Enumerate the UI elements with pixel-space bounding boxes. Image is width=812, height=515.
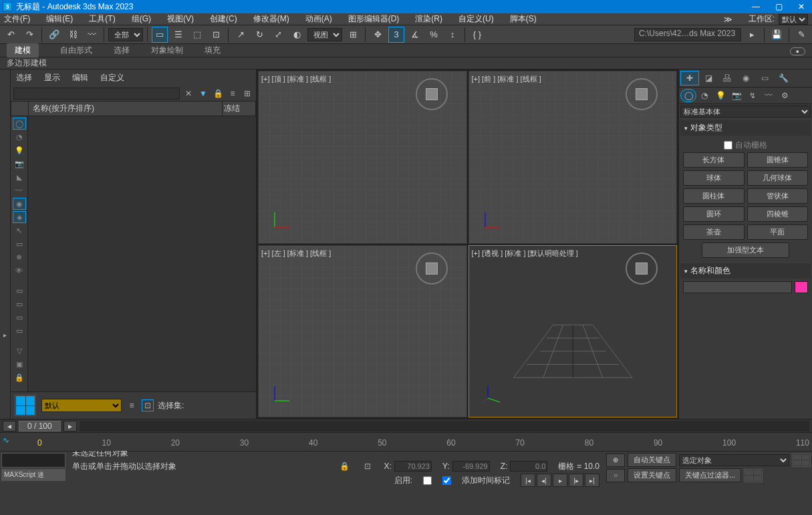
tab-freeform[interactable]: 自由形式 xyxy=(60,45,92,56)
viewport-left-label[interactable]: [+] [左 ] [标准 ] [线框 ] xyxy=(261,248,331,259)
spinner-snap-button[interactable]: ↕ xyxy=(444,27,460,43)
menu-animation[interactable]: 动画(A) xyxy=(305,13,332,25)
menu-create[interactable]: 创建(C) xyxy=(210,13,237,25)
menu-edit[interactable]: 编辑(E) xyxy=(46,13,73,25)
sb-lock-selection-icon[interactable]: 🔒 xyxy=(339,460,351,472)
sb-goto-end-button[interactable]: ▸| xyxy=(585,474,599,487)
minimize-button[interactable]: — xyxy=(751,2,761,11)
sb-next-frame-button[interactable]: |▸ xyxy=(569,474,583,487)
sb-y-input[interactable] xyxy=(452,461,490,472)
menu-graph-editors[interactable]: 图形编辑器(D) xyxy=(348,13,400,25)
angle-snap-button[interactable]: ∡ xyxy=(407,27,423,43)
se-search-input[interactable] xyxy=(13,88,180,100)
sb-key-filters-button[interactable]: 关键点过滤器... xyxy=(679,468,741,482)
sb-viewport-nav-1[interactable] xyxy=(792,454,811,467)
se-hierarchy-icon[interactable]: ⊞ xyxy=(241,88,253,100)
se-filter-geometry-icon[interactable]: ◯ xyxy=(13,118,26,130)
left-rail[interactable]: ▸ xyxy=(0,69,11,419)
tab-populate[interactable]: 填充 xyxy=(205,45,221,56)
cp-btn-teapot[interactable]: 茶壶 xyxy=(683,224,745,240)
se-filter-hidden-icon[interactable]: 👁 xyxy=(13,265,26,277)
viewport-front-label[interactable]: [+] [前 ] [标准 ] [线框 ] xyxy=(472,74,541,84)
sb-prev-frame-button[interactable]: ◂| xyxy=(537,474,551,487)
workspace-selector[interactable]: 默认 xyxy=(779,14,808,25)
se-menu-display[interactable]: 显示 xyxy=(44,72,60,83)
ts-prev-button[interactable]: ◂ xyxy=(3,421,16,432)
cp-sub-spacewarps[interactable]: 〰 xyxy=(761,89,777,102)
cp-btn-geosphere[interactable]: 几何球体 xyxy=(747,170,809,186)
cp-btn-plane[interactable]: 平面 xyxy=(747,224,809,240)
cp-sub-shapes[interactable]: ◔ xyxy=(696,89,712,102)
viewport-top-viewcube[interactable] xyxy=(416,78,448,110)
viewport-perspective-label[interactable]: [+] [透视 ] [标准 ] [默认明暗处理 ] xyxy=(472,248,578,259)
se-header-freeze[interactable]: 冻结 xyxy=(222,102,255,116)
cp-btn-tube[interactable]: 管状体 xyxy=(747,188,809,204)
ts-next-button[interactable]: ▸ xyxy=(63,421,77,432)
se-lock-col-icon[interactable]: 🔒 xyxy=(13,371,26,383)
menu-tools[interactable]: 工具(T) xyxy=(89,13,115,25)
se-filter-icon[interactable]: ▼ xyxy=(197,88,209,100)
cp-btn-cone[interactable]: 圆锥体 xyxy=(747,152,809,168)
tab-object-paint[interactable]: 对象绘制 xyxy=(151,45,183,56)
sb-goto-start-button[interactable]: |◂ xyxy=(521,474,535,487)
se-filter-cameras-icon[interactable]: 📷 xyxy=(13,158,26,170)
cp-sub-systems[interactable]: ⚙ xyxy=(777,89,793,102)
se-expand-icon[interactable]: ▣ xyxy=(13,358,26,370)
bind-spacewarp-button[interactable]: 〰 xyxy=(84,27,100,43)
maximize-button[interactable]: ▢ xyxy=(773,2,784,11)
viewport-front[interactable]: [+] [前 ] [标准 ] [线框 ] xyxy=(468,71,678,244)
select-place-button[interactable]: ◐ xyxy=(289,27,305,43)
se-display-d-icon[interactable]: ▭ xyxy=(13,325,26,337)
cp-color-swatch[interactable] xyxy=(795,281,808,293)
select-object-button[interactable]: ▭ xyxy=(152,27,168,43)
sb-maxscript-listener[interactable]: MAXScript 迷 xyxy=(1,469,65,481)
se-header-toggle[interactable] xyxy=(11,102,29,116)
window-crossing-button[interactable]: ⊡ xyxy=(208,27,224,43)
cp-tab-hierarchy[interactable]: 品 xyxy=(718,71,736,85)
tab-modeling[interactable]: 建模 xyxy=(7,43,39,57)
cp-btn-sphere[interactable]: 球体 xyxy=(683,170,745,186)
cp-btn-textplus[interactable]: 加强型文本 xyxy=(702,242,789,258)
cp-rollout-name-color[interactable]: 名称和颜色 xyxy=(680,263,811,279)
cp-sub-helpers[interactable]: ↯ xyxy=(745,89,761,102)
se-display-a-icon[interactable]: ▭ xyxy=(13,285,26,297)
se-filter-frozen-icon[interactable]: ❄ xyxy=(13,251,26,263)
sb-selected-dropdown[interactable]: 选定对象 xyxy=(679,454,789,466)
cp-btn-torus[interactable]: 圆环 xyxy=(683,206,745,222)
select-scale-button[interactable]: ⤢ xyxy=(270,27,286,43)
cp-btn-box[interactable]: 长方体 xyxy=(683,152,745,168)
cp-auto-grid-checkbox[interactable] xyxy=(724,141,732,150)
viewport-top[interactable]: [+] [顶 ] [标准 ] [线框 ] xyxy=(258,71,467,244)
ribbon-collapse-toggle[interactable]: ● xyxy=(790,47,805,55)
viewport-perspective-viewcube[interactable] xyxy=(626,252,658,285)
se-layer-icon[interactable]: ≡ xyxy=(126,399,138,411)
viewport-front-viewcube[interactable] xyxy=(626,78,658,110)
timeline-curve-icon[interactable]: ∿ xyxy=(3,436,9,445)
menu-file[interactable]: 文件(F) xyxy=(4,13,30,25)
menu-modifiers[interactable]: 修改器(M) xyxy=(253,13,289,25)
se-sort-icon[interactable]: ≡ xyxy=(227,88,239,100)
ref-coord-system[interactable]: 视图 xyxy=(307,28,342,41)
close-button[interactable]: ✕ xyxy=(796,2,807,11)
se-menu-select[interactable]: 选择 xyxy=(16,72,32,83)
se-filter-shapes-icon[interactable]: ◔ xyxy=(13,131,26,143)
se-isolate-icon[interactable]: ⊡ xyxy=(142,399,154,411)
sb-isolate-icon[interactable]: ⊡ xyxy=(362,460,374,472)
se-clear-icon[interactable]: ✕ xyxy=(182,88,194,100)
snap-toggle-3d-button[interactable]: 3 xyxy=(388,27,404,43)
sb-viewport-nav-2[interactable] xyxy=(744,469,763,482)
se-filter-container-icon[interactable]: ▭ xyxy=(13,238,26,250)
sb-play-button[interactable]: ▸ xyxy=(553,474,567,487)
se-filter-bone-icon[interactable]: ↖ xyxy=(13,224,26,236)
sb-key-mode-button[interactable]: ⊕ xyxy=(606,454,625,467)
menu-rendering[interactable]: 渲染(R) xyxy=(415,13,442,25)
sb-set-key-icon[interactable]: ○ xyxy=(606,469,625,482)
percent-snap-button[interactable]: % xyxy=(426,27,442,43)
script-button[interactable]: ✎ xyxy=(793,27,809,43)
cp-btn-pyramid[interactable]: 四棱锥 xyxy=(747,206,809,222)
se-display-b-icon[interactable]: ▭ xyxy=(13,298,26,310)
cp-sub-cameras[interactable]: 📷 xyxy=(728,89,745,102)
path-browse-button[interactable]: ▸ xyxy=(744,27,760,43)
unlink-button[interactable]: ⛓ xyxy=(65,27,81,43)
menu-group[interactable]: 组(G) xyxy=(132,13,151,25)
